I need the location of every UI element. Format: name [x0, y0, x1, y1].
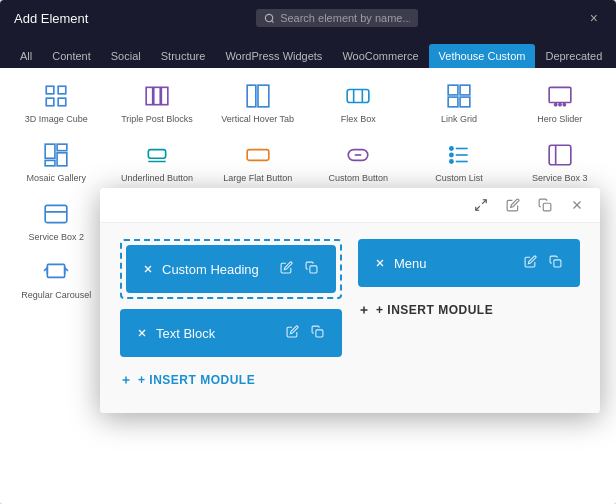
tab-vethouse-custom[interactable]: Vethouse Custom [429, 44, 536, 68]
svg-rect-2 [47, 86, 55, 94]
svg-rect-24 [57, 153, 67, 166]
element-vertical-hover-tab[interactable]: Vertical Hover Tab [207, 74, 308, 133]
svg-rect-66 [310, 266, 317, 273]
svg-rect-37 [549, 145, 571, 165]
element-hero-slider[interactable]: Hero Slider [509, 74, 610, 133]
custom-heading-block[interactable]: Custom Heading [126, 245, 336, 293]
panel-close-button[interactable]: × [586, 8, 602, 28]
element-3d-image-cube[interactable]: 3D Image Cube [6, 74, 107, 133]
element-custom-list[interactable]: Custom List [409, 133, 510, 192]
insert-module-left-button[interactable]: + INSERT MODULE [120, 367, 342, 393]
svg-rect-8 [161, 87, 168, 104]
edit-button[interactable] [502, 196, 524, 214]
plus-icon-left [120, 374, 132, 386]
element-service-box-3[interactable]: Service Box 3 [509, 133, 610, 192]
svg-point-36 [450, 160, 453, 163]
svg-point-21 [563, 104, 565, 106]
svg-rect-15 [460, 85, 470, 95]
menu-block-actions [522, 253, 564, 273]
svg-point-0 [266, 14, 273, 21]
element-label: Custom List [435, 173, 483, 184]
tabs-bar: All Content Social Structure WordPress W… [0, 36, 616, 68]
svg-rect-22 [45, 144, 55, 158]
svg-rect-7 [154, 87, 161, 104]
svg-rect-28 [247, 149, 269, 160]
svg-line-1 [272, 20, 274, 22]
svg-rect-4 [47, 98, 55, 106]
svg-rect-9 [247, 85, 256, 107]
custom-heading-duplicate-btn[interactable] [303, 259, 320, 279]
element-label: Mosaic Gallery [27, 173, 87, 184]
svg-point-20 [554, 104, 556, 106]
right-column: Menu [358, 239, 580, 393]
element-label: 3D Image Cube [25, 114, 88, 125]
element-custom-button[interactable]: Custom Button [308, 133, 409, 192]
svg-rect-6 [146, 87, 153, 104]
left-column: Custom Heading [120, 239, 342, 393]
custom-heading-edit-btn[interactable] [278, 259, 295, 279]
search-box[interactable] [256, 9, 418, 27]
element-label: Custom Button [329, 173, 389, 184]
element-label: Large Flat Button [223, 173, 292, 184]
overlay-content: Custom Heading [100, 223, 600, 413]
svg-point-19 [559, 104, 561, 106]
svg-rect-74 [554, 260, 561, 267]
element-label: Flex Box [341, 114, 376, 125]
menu-duplicate-btn[interactable] [547, 253, 564, 273]
menu-block[interactable]: Menu [358, 239, 580, 287]
svg-rect-39 [45, 205, 67, 222]
element-label: Service Box 3 [532, 173, 588, 184]
panel-title: Add Element [14, 11, 88, 26]
overlay-layout: Custom Heading [120, 239, 580, 393]
overlay-close-button[interactable] [566, 196, 588, 214]
element-mosaic-gallery[interactable]: Mosaic Gallery [6, 133, 107, 192]
overlay-toolbar [100, 188, 600, 223]
text-block-close-icon [136, 327, 148, 339]
element-triple-post-blocks[interactable]: Triple Post Blocks [107, 74, 208, 133]
svg-rect-18 [549, 87, 571, 102]
text-block-actions [284, 323, 326, 343]
svg-rect-5 [58, 98, 66, 106]
element-underlined-button[interactable]: Underlined Button [107, 133, 208, 192]
svg-line-59 [482, 200, 486, 204]
svg-rect-16 [448, 97, 458, 107]
search-icon [264, 13, 275, 24]
menu-edit-btn[interactable] [522, 253, 539, 273]
svg-rect-10 [258, 85, 269, 107]
tab-structure[interactable]: Structure [151, 44, 216, 68]
custom-heading-wrapper: Custom Heading [120, 239, 342, 299]
tab-content[interactable]: Content [42, 44, 101, 68]
text-block-duplicate-btn[interactable] [309, 323, 326, 343]
svg-rect-25 [45, 160, 55, 165]
element-large-flat-button[interactable]: Large Flat Button [207, 133, 308, 192]
svg-rect-69 [316, 330, 323, 337]
tab-social[interactable]: Social [101, 44, 151, 68]
element-label: Vertical Hover Tab [221, 114, 294, 125]
element-flex-box[interactable]: Flex Box [308, 74, 409, 133]
custom-heading-label: Custom Heading [142, 262, 259, 277]
element-editor-overlay: Custom Heading [100, 188, 600, 413]
tab-wp-widgets[interactable]: WordPress Widgets [215, 44, 332, 68]
search-input[interactable] [280, 12, 410, 24]
element-label: Service Box 2 [29, 232, 85, 243]
insert-module-right-button[interactable]: + INSERT MODULE [358, 297, 580, 323]
expand-button[interactable] [470, 196, 492, 214]
menu-close-icon [374, 257, 386, 269]
element-link-grid[interactable]: Link Grid [409, 74, 510, 133]
tab-all[interactable]: All [10, 44, 42, 68]
text-block-block[interactable]: Text Block [120, 309, 342, 357]
tab-woocommerce[interactable]: WooCommerce [332, 44, 428, 68]
element-service-box-2[interactable]: Service Box 2 [6, 192, 107, 251]
svg-rect-14 [448, 85, 458, 95]
svg-rect-23 [57, 144, 67, 151]
text-block-edit-btn[interactable] [284, 323, 301, 343]
plus-icon-right [358, 304, 370, 316]
tab-deprecated[interactable]: Deprecated [535, 44, 612, 68]
svg-rect-17 [460, 97, 470, 107]
element-label: Triple Post Blocks [121, 114, 193, 125]
element-regular-carousel[interactable]: Regular Carousel [6, 250, 107, 309]
elements-area: 3D Image Cube Triple Post Blocks Vertica… [0, 68, 616, 504]
svg-rect-56 [48, 265, 65, 278]
element-label: Underlined Button [121, 173, 193, 184]
duplicate-button[interactable] [534, 196, 556, 214]
